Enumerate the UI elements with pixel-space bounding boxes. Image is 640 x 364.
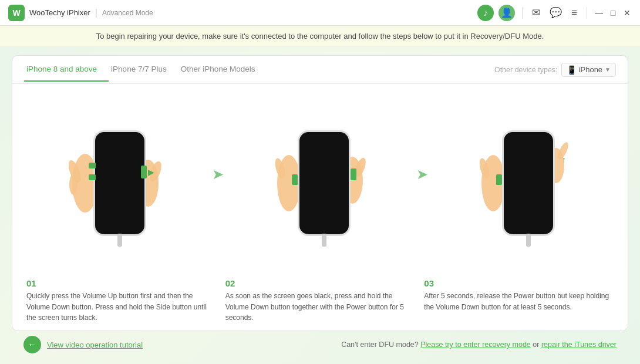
phone-step-2 [228,119,412,248]
descriptions-row: 01 Quickly press the Volume Up button fi… [12,276,628,331]
back-button[interactable]: ← [23,336,41,353]
tab-iphone7[interactable]: iPhone 7/7 Plus [109,58,178,82]
dropdown-arrow-icon: ▼ [605,66,611,73]
phone-visual-3: ↑ [477,119,571,248]
desc-item-3: 03 After 5 seconds, release the Power bu… [419,278,618,323]
volume-down-3 [496,174,502,185]
tab-other-iphone[interactable]: Other iPhone Models [178,58,267,82]
phone-visual-2 [273,119,367,248]
step-num-2: 02 [225,278,415,288]
chat-icon[interactable]: 💬 [547,5,564,20]
arrow-1: ➤ [207,166,228,183]
other-device-label: Other device types: [494,66,558,74]
phone-cable-2 [322,234,326,247]
phone-visual-1: ▶ [69,119,163,248]
titlebar: W WooTechy iPhixer | Advanced Mode ♪ 👤 ✉… [0,0,640,26]
step-text-2: As soon as the screen goes black, press … [225,291,415,323]
step-num-3: 03 [424,278,614,288]
tab-iphone8[interactable]: iPhone 8 and above [24,58,109,82]
app-mode: Advanced Mode [102,9,153,17]
device-name-label: iPhone [579,65,602,74]
app-name: WooTechy iPhixer [29,8,90,17]
phone-step-1: ▶ [24,119,207,248]
power-button-2 [351,168,356,180]
other-device-selector: Other device types: 📱 iPhone ▼ [494,63,616,77]
phone-step-3: ↑ [433,119,616,248]
connector-text: or [533,341,539,349]
phone-cable-3 [526,234,531,247]
recovery-mode-link[interactable]: Please try to enter recovery mode [420,341,531,349]
svg-point-2 [69,174,78,195]
side-button-1: ▶ [141,166,154,178]
close-button[interactable]: ✕ [622,8,632,18]
step-text-1: Quickly press the Volume Up button first… [26,291,216,323]
user-icon[interactable]: 👤 [498,5,515,21]
arrow-2: ➤ [412,166,433,183]
device-dropdown[interactable]: 📱 iPhone ▼ [561,63,616,77]
minimize-button[interactable]: — [594,8,604,18]
volume-down-2 [292,174,298,185]
phone-body-3 [502,130,555,236]
video-tutorial-link[interactable]: View video operation tutorial [47,341,143,349]
desc-item-2: 02 As soon as the screen goes black, pre… [221,278,420,323]
title-separator: | [95,8,97,18]
tabs-bar: iPhone 8 and above iPhone 7/7 Plus Other… [12,56,628,84]
icon-separator2 [587,7,587,19]
maximize-button[interactable]: □ [608,8,618,18]
footer: ← View video operation tutorial Can't en… [12,331,628,358]
instruction-banner: To begin repairing your device, make sur… [0,26,640,47]
main-content: iPhone 8 and above iPhone 7/7 Plus Other… [0,47,640,364]
music-icon[interactable]: ♪ [477,5,494,21]
volume-buttons-1 [89,163,96,180]
footer-right: Can't enter DFU mode? Please try to ente… [341,341,617,349]
menu-icon[interactable]: ≡ [569,6,580,20]
icon-separator [522,7,523,19]
content-card: iPhone 8 and above iPhone 7/7 Plus Other… [12,55,628,331]
svg-text:↑: ↑ [562,155,566,164]
phone-cable-1 [117,234,122,247]
titlebar-icons: ♪ 👤 ✉ 💬 ≡ — □ ✕ [477,5,632,21]
dfu-question-text: Can't enter DFU mode? [341,341,419,349]
app-logo: W [8,5,25,21]
phones-row: ▶ ➤ [12,84,628,276]
phone-body-2 [298,130,351,236]
banner-text: To begin repairing your device, make sur… [96,32,544,41]
itunes-driver-link[interactable]: repair the iTunes driver [541,341,617,349]
mail-icon[interactable]: ✉ [530,5,543,20]
steps-area: ▶ ➤ [12,84,628,331]
device-phone-icon: 📱 [567,65,577,75]
step-text-3: After 5 seconds, release the Power butto… [424,291,614,312]
step-num-1: 01 [26,278,216,288]
desc-item-1: 01 Quickly press the Volume Up button fi… [22,278,221,323]
phone-body-1: ▶ [93,130,146,236]
